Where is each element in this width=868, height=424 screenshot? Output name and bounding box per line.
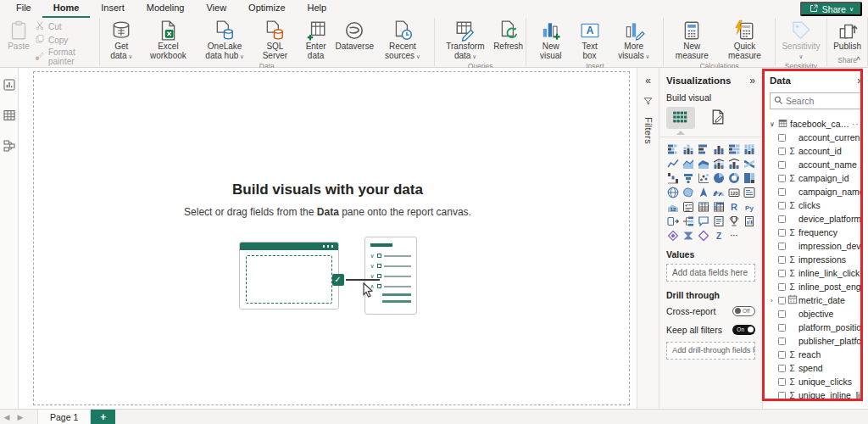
field-checkbox[interactable] [778, 378, 786, 386]
field-checkbox[interactable] [778, 392, 786, 399]
field-checkbox[interactable] [778, 202, 786, 209]
field-checkbox[interactable] [778, 270, 786, 277]
kpi-icon[interactable]: 12 [666, 200, 680, 214]
map-icon[interactable] [666, 186, 680, 199]
field-checkbox[interactable] [778, 148, 786, 155]
ribbon-recent-sources-button[interactable]: Recent sources ∨ [374, 19, 431, 61]
ribbon-new-visual-button[interactable]: New visual [529, 19, 572, 61]
filled-map-icon[interactable] [682, 186, 695, 199]
field-checkbox[interactable] [778, 161, 786, 169]
clustered-bar-chart-icon[interactable] [697, 142, 710, 156]
table-row[interactable]: ∨facebook_campaign...··· [770, 117, 863, 131]
field-row-metric_date[interactable]: ›metric_date [770, 293, 863, 307]
field-row-unique_inline_lin[interactable]: Σunique_inline_lin... [770, 388, 863, 402]
field-checkbox[interactable] [778, 229, 786, 237]
menu-item-help[interactable]: Help [297, 0, 338, 18]
treemap-icon[interactable] [743, 171, 756, 185]
ribbon-quick-measure-button[interactable]: Quick measure [717, 19, 771, 61]
card-icon[interactable]: 123 [727, 186, 741, 199]
field-row-reach[interactable]: Σreach [770, 348, 863, 361]
table-view-icon[interactable] [3, 109, 16, 122]
ribbon-dataverse-button[interactable]: Dataverse [336, 19, 374, 52]
azure-map-icon[interactable] [697, 186, 710, 199]
ribbon-sql-server-button[interactable]: SQL Server [253, 19, 297, 61]
field-checkbox[interactable] [778, 324, 786, 332]
collapse-visualizations-icon[interactable]: » [749, 75, 755, 86]
donut-chart-icon[interactable] [727, 171, 741, 185]
page-tab[interactable]: Page 1 [37, 410, 91, 424]
field-checkbox[interactable] [778, 310, 786, 318]
smart-narrative-icon[interactable] [712, 215, 726, 228]
field-row-campaign_name[interactable]: campaign_name [770, 185, 863, 198]
ribbon-publish-button[interactable]: Publish [830, 19, 865, 52]
field-checkbox[interactable] [778, 297, 786, 304]
table-icon[interactable] [697, 200, 710, 214]
more-options-icon[interactable]: ··· [852, 120, 863, 129]
ribbon-refresh-button[interactable]: Refresh [493, 19, 523, 52]
field-row-account_name[interactable]: account_name [770, 158, 863, 171]
report-view-icon[interactable] [3, 78, 16, 92]
menu-item-insert[interactable]: Insert [90, 0, 136, 18]
field-row-clicks[interactable]: Σclicks [770, 198, 863, 212]
ribbon-onelake-data-hub-button[interactable]: OneLake data hub ∨ [196, 19, 253, 61]
field-checkbox[interactable] [778, 351, 786, 359]
search-input[interactable] [786, 96, 854, 106]
collapse-ribbon-icon[interactable]: ˄ [856, 54, 860, 63]
report-canvas[interactable]: Build visuals with your data Select or d… [19, 68, 637, 409]
previous-page-icon[interactable]: ◀ [0, 413, 14, 421]
python-visual-icon[interactable]: Py [743, 200, 756, 214]
share-button[interactable]: Share ∨ [800, 2, 862, 16]
field-row-device_platform[interactable]: device_platform [770, 212, 863, 226]
decomposition-tree-icon[interactable] [682, 215, 695, 228]
filters-pane-label[interactable]: Filters [643, 117, 654, 144]
field-checkbox[interactable] [778, 134, 786, 142]
field-row-impressions[interactable]: Σimpressions [770, 253, 863, 266]
stacked-column-chart-icon[interactable] [682, 142, 695, 156]
get-more-visuals-icon[interactable]: ··· [727, 229, 741, 243]
field-checkbox[interactable] [778, 256, 786, 264]
menu-item-optimize[interactable]: Optimize [237, 0, 296, 18]
waterfall-chart-icon[interactable] [666, 171, 680, 185]
field-row-inline_link_clicks[interactable]: Σinline_link_clicks [770, 266, 863, 280]
funnel-chart-icon[interactable] [682, 171, 695, 185]
field-checkbox[interactable] [778, 338, 786, 345]
ribbon-more-visuals-button[interactable]: More visuals ∨ [607, 19, 660, 61]
model-view-icon[interactable] [3, 139, 16, 153]
field-row-inline_post_enga[interactable]: Σinline_post_enga... [770, 280, 863, 293]
field-checkbox[interactable] [778, 175, 786, 182]
collapse-data-pane-icon[interactable]: » [857, 75, 863, 86]
field-row-account_id[interactable]: Σaccount_id [770, 144, 863, 158]
metrics-icon[interactable] [727, 215, 741, 228]
multi-row-card-icon[interactable] [743, 186, 756, 199]
menu-item-home[interactable]: Home [42, 0, 91, 18]
power-automate-icon[interactable] [682, 229, 695, 243]
field-row-spend[interactable]: Σspend [770, 361, 863, 375]
partner-visual-icon[interactable]: Z [712, 229, 726, 243]
field-checkbox[interactable] [778, 243, 786, 250]
tab-format-visual[interactable] [704, 107, 732, 129]
data-search-box[interactable] [770, 92, 863, 109]
values-field-well[interactable]: Add data fields here [666, 264, 755, 282]
drill-through-field-well[interactable]: Add drill-through fields here [666, 342, 755, 360]
field-row-impression_device[interactable]: impression_device [770, 239, 863, 253]
line-chart-icon[interactable] [666, 157, 680, 170]
field-checkbox[interactable] [778, 215, 786, 223]
chevron-expanded-icon[interactable]: ∨ [770, 120, 778, 128]
ribbon-enter-data-button[interactable]: Enter data [297, 19, 336, 61]
100-stacked-column-chart-icon[interactable] [743, 142, 756, 156]
tab-build-visual[interactable] [666, 107, 695, 129]
clustered-column-chart-icon[interactable] [712, 142, 726, 156]
line-and-stacked-column-chart-icon[interactable] [712, 157, 726, 170]
chevron-collapsed-icon[interactable]: › [771, 297, 778, 304]
qa-visual-icon[interactable] [697, 215, 710, 228]
ribbon-chart-icon[interactable] [743, 157, 756, 170]
expand-filters-icon[interactable]: « [645, 75, 651, 86]
gauge-icon[interactable] [712, 186, 726, 199]
stacked-area-chart-icon[interactable] [697, 157, 710, 170]
arcgis-map-icon[interactable] [697, 229, 710, 243]
pie-chart-icon[interactable] [712, 171, 726, 185]
menu-item-file[interactable]: File [5, 0, 42, 18]
paginated-report-icon[interactable] [743, 215, 756, 228]
menu-item-view[interactable]: View [195, 0, 237, 18]
keep-all-filters-toggle[interactable]: On [732, 325, 755, 335]
